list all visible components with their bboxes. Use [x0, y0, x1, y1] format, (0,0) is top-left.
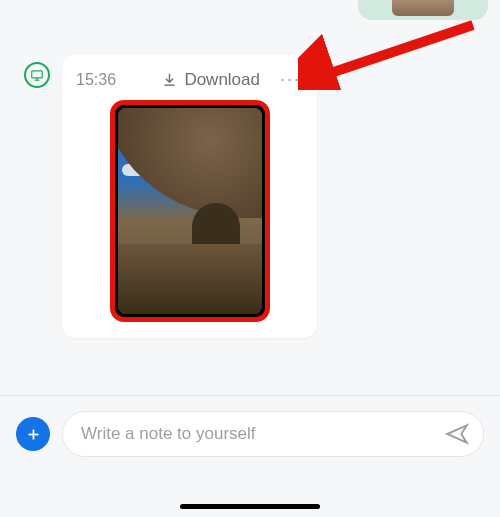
- send-button[interactable]: [443, 420, 471, 448]
- svg-marker-9: [447, 425, 467, 442]
- previous-message-bubble[interactable]: [358, 0, 488, 20]
- message-card: 15:36 Download ···: [62, 55, 317, 338]
- chat-area: 15:36 Download ···: [0, 0, 500, 390]
- image-decoration: [118, 244, 262, 314]
- download-icon: [161, 71, 178, 88]
- message-image[interactable]: [118, 108, 262, 314]
- previous-image-thumbnail: [392, 0, 454, 16]
- download-button[interactable]: Download: [161, 70, 260, 90]
- source-device-badge: [24, 62, 50, 88]
- svg-line-6: [316, 25, 473, 78]
- send-icon: [444, 421, 470, 447]
- image-highlight-frame: [110, 100, 270, 322]
- more-options-button[interactable]: ···: [278, 69, 303, 90]
- download-label: Download: [184, 70, 260, 90]
- composer-bar: [0, 408, 500, 460]
- composer-divider: [0, 395, 500, 396]
- note-input-container: [62, 411, 484, 457]
- message-timestamp: 15:36: [76, 71, 116, 89]
- svg-rect-0: [32, 71, 43, 78]
- annotation-arrow: [298, 20, 478, 90]
- desktop-icon: [30, 68, 44, 82]
- note-input[interactable]: [81, 424, 443, 444]
- home-indicator[interactable]: [180, 504, 320, 509]
- plus-icon: [25, 426, 42, 443]
- add-attachment-button[interactable]: [16, 417, 50, 451]
- image-decoration: [118, 108, 262, 218]
- message-header: 15:36 Download ···: [76, 69, 303, 90]
